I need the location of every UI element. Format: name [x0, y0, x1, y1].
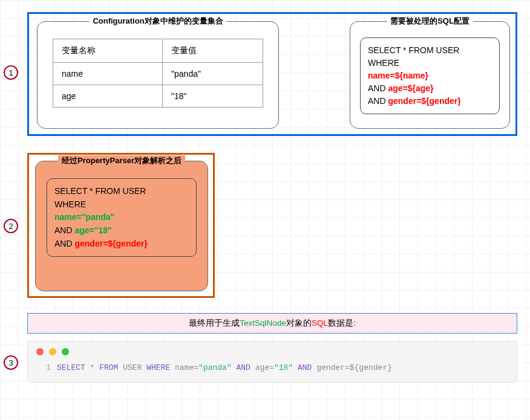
sql-placeholder: name=${name} — [368, 71, 428, 80]
text: 对象的 — [286, 318, 312, 328]
tok — [232, 363, 237, 372]
code-block: 1SELECT * FROM USER WHERE name="panda" A… — [27, 341, 517, 383]
cell-val: "18" — [163, 85, 263, 108]
tok: age= — [250, 363, 274, 372]
sql-text: AND — [54, 239, 74, 248]
tok: * — [85, 363, 99, 372]
step-marker-1: 1 — [4, 65, 18, 80]
sql-line: AND gender=${gender} — [368, 95, 492, 108]
step-num: 2 — [8, 222, 13, 231]
table-row: name "panda" — [53, 63, 263, 85]
code-line: 1SELECT * FROM USER WHERE name="panda" A… — [36, 363, 508, 372]
tok: "18" — [274, 363, 293, 372]
cell-key: name — [53, 63, 163, 85]
dot-red-icon — [36, 348, 44, 355]
sql-line: AND age="18" — [54, 224, 189, 237]
section-final: 最终用于生成TextSqlNode对象的SQL数据是: 1SELECT * FR… — [27, 313, 517, 383]
config-panel: Configuration对象中维护的变量集合 变量名称 变量值 name "p… — [37, 21, 279, 129]
col-value-header: 变量值 — [163, 39, 263, 63]
classname: TextSqlNode — [240, 318, 286, 328]
step-marker-2: 2 — [4, 219, 18, 233]
keyword: SQL — [312, 318, 328, 328]
section-input: Configuration对象中维护的变量集合 变量名称 变量值 name "p… — [27, 12, 517, 136]
sql-line: WHERE — [54, 198, 189, 212]
window-dots — [36, 347, 508, 357]
tok: gender=${gender} — [312, 363, 392, 372]
sql-template-box: SELECT * FROM USER WHERE name=${name} AN… — [360, 37, 500, 114]
sql-resolved: name="panda" — [54, 212, 114, 222]
sql-line: WHERE — [368, 57, 492, 69]
final-header: 最终用于生成TextSqlNode对象的SQL数据是: — [27, 313, 517, 334]
sql-placeholder: age=${age} — [388, 83, 433, 93]
parsed-sql-box: SELECT * FROM USER WHERE name="panda" AN… — [47, 178, 197, 257]
step-num: 1 — [8, 68, 13, 77]
vars-table: 变量名称 变量值 name "panda" age "18" — [53, 39, 263, 108]
tok: AND — [237, 363, 250, 372]
sql-text: AND — [368, 83, 388, 93]
sql-panel: 需要被处理的SQL配置 SELECT * FROM USER WHERE nam… — [350, 21, 510, 129]
dot-green-icon — [62, 348, 69, 355]
tok: WHERE — [146, 363, 170, 372]
line-number: 1 — [36, 363, 51, 372]
text: 最终用于生成 — [189, 318, 240, 328]
table-header-row: 变量名称 变量值 — [53, 39, 263, 63]
col-name-header: 变量名称 — [53, 39, 163, 63]
tok — [293, 363, 298, 372]
config-title: Configuration对象中维护的变量集合 — [89, 16, 226, 27]
sql-line: AND age=${age} — [368, 82, 492, 95]
sql-text: AND — [368, 96, 388, 106]
tok: name= — [170, 363, 198, 372]
sql-line: AND gender=${gender} — [54, 237, 189, 251]
text: 数据是: — [328, 318, 356, 328]
tok: "panda" — [198, 363, 232, 372]
parsed-panel: 经过PropertyParser对象解析之后 SELECT * FROM USE… — [35, 161, 208, 291]
sql-placeholder: gender=${gender} — [388, 96, 460, 106]
sql-resolved: age="18" — [74, 225, 111, 235]
tok: AND — [298, 363, 312, 372]
parsed-title: 经过PropertyParser对象解析之后 — [58, 155, 185, 166]
step-num: 3 — [8, 358, 13, 367]
tok: USER — [118, 363, 146, 372]
tok: FROM — [99, 363, 118, 372]
sql-text: AND — [54, 225, 74, 235]
sql-unresolved: gender=${gender} — [74, 239, 147, 248]
sql-line: SELECT * FROM USER — [54, 185, 189, 198]
sql-title: 需要被处理的SQL配置 — [387, 16, 473, 27]
sql-line: SELECT * FROM USER — [368, 44, 492, 57]
step-marker-3: 3 — [4, 355, 18, 370]
sql-line: name="panda" — [54, 211, 189, 224]
dot-yellow-icon — [49, 348, 56, 355]
cell-val: "panda" — [163, 63, 263, 85]
tok: SELECT — [57, 363, 85, 372]
section-parsed: 经过PropertyParser对象解析之后 SELECT * FROM USE… — [27, 153, 215, 298]
table-row: age "18" — [53, 85, 263, 108]
sql-line: name=${name} — [368, 69, 492, 82]
cell-key: age — [53, 85, 163, 108]
